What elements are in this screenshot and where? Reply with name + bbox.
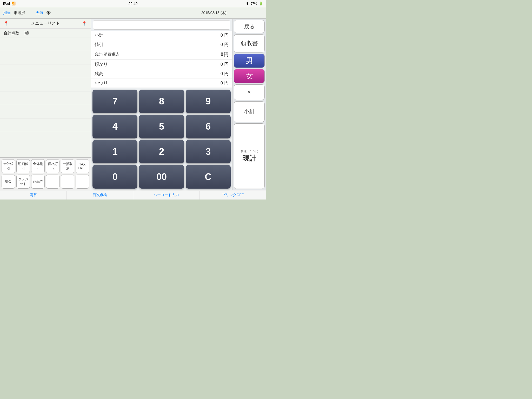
bluetooth-icon: ✱ [246,2,249,5]
cash-button[interactable]: 現金 [2,175,15,189]
menu-line-7 [0,118,91,132]
battery-percent: 97% [250,2,257,5]
discount-label: 値引 [95,42,103,48]
center-panel: 小計 0 円 値引 0 円 合計(消費税込) 0円 預かり 0 円 残高 0 円… [91,19,232,190]
status-right: ✱ 97% 🔋 [246,2,263,5]
toolbar: 担当 未選択 天気 ☀ 2015/08/13 (木) [0,7,266,19]
tax-free-button[interactable]: TAX FREE [76,159,89,173]
status-bar: iPad 📶 22:49 ✱ 97% 🔋 [0,0,266,7]
subtotal-row: 小計 0 円 [91,31,232,40]
num-1-button[interactable]: 1 [92,140,137,164]
change-row: おつり 0 円 [91,78,232,88]
num-9-button[interactable]: 9 [186,90,231,113]
num-5-button[interactable]: 5 [139,115,184,138]
balance-value: 0 円 [221,71,229,77]
balance-row: 残高 0 円 [91,69,232,78]
tantou-label[interactable]: 担当 [3,10,11,15]
left-panel: 📍 メニューリスト 📍 合計点数 0点 合計値引 明細値引 全体割引 価格訂正 … [0,19,91,190]
empty-btn-2[interactable] [61,175,74,189]
price-fix-button[interactable]: 価格訂正 [46,159,59,173]
back-button[interactable]: 戻る [234,20,265,33]
tab-bar: 両替 日次点検 バーコード入力 プリンタOFF [0,190,266,200]
total-value: 0円 [221,51,229,58]
pin-icon-right: 📍 [82,21,87,26]
credit-button[interactable]: クレジット [16,175,30,189]
empty-btn-3[interactable] [76,175,89,189]
tenki-label: 天気 [36,10,43,15]
deposit-row: 預かり 0 円 [91,60,232,69]
menu-list [0,37,91,157]
total-label: 合計(消費税込) [95,52,121,57]
ipad-label: iPad [3,2,10,5]
menu-line-5 [0,91,91,105]
discount-row: 値引 0 円 [91,40,232,49]
receipt-display: 小計 0 円 値引 0 円 合計(消費税込) 0円 預かり 0 円 残高 0 円… [91,31,232,88]
subtotal-value: 0 円 [221,32,229,38]
menu-line-6 [0,105,91,118]
right-panel: 戻る 領収書 男 女 × 小計 男性 １０代 現計 [232,19,266,190]
deposit-value: 0 円 [221,61,229,67]
menu-line-4 [0,78,91,91]
num-6-button[interactable]: 6 [186,115,231,138]
cancel-x-button[interactable]: × [234,84,265,100]
points-label: 合計点数 [4,31,19,35]
genkei-button[interactable]: 男性 １０代 現計 [234,123,265,189]
menu-title: メニューリスト [31,21,60,26]
status-time: 22:49 [128,2,137,6]
subtotal-label: 小計 [95,32,103,38]
female-button[interactable]: 女 [234,69,265,83]
clear-button[interactable]: C [186,165,231,189]
empty-btn-1[interactable] [46,175,59,189]
amount-input[interactable] [93,20,230,30]
tab-printer[interactable]: プリンタOFF [200,191,266,200]
tab-nichiji[interactable]: 日次点検 [66,191,133,200]
discount-total-button[interactable]: 合計値引 [2,159,15,173]
date-label: 2015/08/13 (木) [201,11,227,15]
num-7-button[interactable]: 7 [92,90,137,113]
menu-points: 合計点数 0点 [0,29,91,37]
menu-line-2 [0,51,91,64]
genkei-sub-label: 男性 １０代 [241,149,258,153]
balance-label: 残高 [95,71,103,77]
numpad: 7 8 9 4 5 6 1 2 3 0 00 C [91,88,232,190]
deposit-label: 預かり [95,61,108,67]
main-layout: 📍 メニューリスト 📍 合計点数 0点 合計値引 明細値引 全体割引 価格訂正 … [0,19,266,190]
change-label: おつり [95,80,108,86]
num-2-button[interactable]: 2 [139,140,184,164]
status-left: iPad 📶 [3,2,16,5]
total-row: 合計(消費税込) 0円 [91,49,232,60]
change-value: 0 円 [221,80,229,86]
cancel-all-button[interactable]: 一括取消 [61,159,74,173]
subtotal-button[interactable]: 小計 [234,101,265,122]
discount-detail-button[interactable]: 明細値引 [16,159,30,173]
voucher-button[interactable]: 商品券 [31,175,45,189]
menu-line-1 [0,37,91,51]
tab-ryogae[interactable]: 両替 [0,191,66,200]
genkei-main-label: 現計 [243,154,256,163]
tab-barcode[interactable]: バーコード入力 [133,191,200,200]
num-3-button[interactable]: 3 [186,140,231,164]
num-4-button[interactable]: 4 [92,115,137,138]
unselected-label: 未選択 [14,10,25,15]
menu-line-3 [0,64,91,78]
weather-icon: ☀ [46,10,51,16]
discount-all-button[interactable]: 全体割引 [31,159,45,173]
wifi-icon: 📶 [11,2,16,5]
num-8-button[interactable]: 8 [139,90,184,113]
receipt-button[interactable]: 領収書 [234,34,265,52]
pin-icon-left: 📍 [4,21,9,26]
points-value: 0点 [24,31,30,35]
male-button[interactable]: 男 [234,54,265,68]
num-0-button[interactable]: 0 [92,165,137,189]
num-00-button[interactable]: 00 [139,165,184,189]
battery-icon: 🔋 [259,2,263,5]
action-buttons: 合計値引 明細値引 全体割引 価格訂正 一括取消 TAX FREE 現金 クレジ… [0,157,91,190]
menu-header: 📍 メニューリスト 📍 [0,19,91,29]
discount-value: 0 円 [221,42,229,48]
